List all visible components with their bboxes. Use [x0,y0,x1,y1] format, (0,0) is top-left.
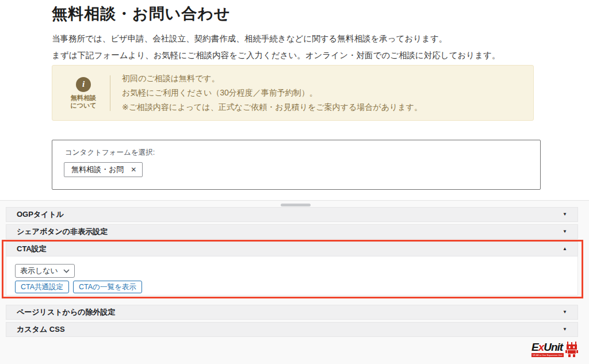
panel-label: シェアボタンの非表示設定 [17,227,108,237]
panel-ogp-title[interactable]: OGPタイトル ▼ [6,207,578,222]
chevron-down-icon: ▼ [563,327,567,332]
panel-cta-settings: CTA設定 ▲ 表示しない CTA共通設定 CTAの一覧を表示 [6,242,578,296]
cta-settings-body: 表示しない CTA共通設定 CTAの一覧を表示 [6,256,578,296]
panel-cta-settings-header[interactable]: CTA設定 ▲ [6,242,578,256]
panel-custom-css[interactable]: カスタム CSS ▼ [6,322,578,337]
info-box-label-line2: について [64,102,103,109]
editor-page: 無料相談・お問い合わせ 当事務所では、ビザ申請、会社設立、契約書作成、相続手続き… [0,0,589,364]
panel-label: OGPタイトル [17,209,64,220]
exunit-wordmark-e: E [531,341,538,353]
cta-display-select-value: 表示しない [20,266,58,276]
document-settings-panels: OGPタイトル ▼ シェアボタンの非表示設定 ▼ CTA設定 ▲ 表示しない C… [6,207,578,339]
exunit-tagline: VK All in One Expansion Unit [531,353,564,357]
chevron-up-icon: ▲ [563,247,567,251]
info-line: お気軽にご利用ください（30分程度／事前予約制）。 [122,86,422,100]
chevron-down-icon: ▼ [563,310,567,315]
page-title: 無料相談・お問い合わせ [52,3,231,24]
remove-token-icon[interactable]: ✕ [131,166,136,174]
cta-display-select[interactable]: 表示しない [15,264,75,278]
vertical-divider [110,75,110,111]
exunit-logo: ExUnit VK All in One Expansion Unit [531,342,579,358]
contact-form-token-label: 無料相談・お問 [71,164,124,175]
cta-common-settings-button[interactable]: CTA共通設定 [15,281,69,293]
info-icon: i [76,77,91,92]
cta-buttons-row: CTA共通設定 CTAの一覧を表示 [15,281,577,293]
exunit-wordmark: ExUnit [531,342,564,352]
panel-pagelist-exclude[interactable]: ページリストからの除外設定 ▼ [6,305,578,320]
info-box-text: 初回のご相談は無料です。 お気軽にご利用ください（30分程度／事前予約制）。 ※… [122,71,422,114]
intro-line: まずは下記フォームより、お気軽にご相談内容をご入力ください。オンライン・対面での… [52,47,500,64]
contact-form-select-label: コンタクトフォームを選択: [65,148,540,158]
panel-label: カスタム CSS [17,324,65,335]
info-box-label: 無料相談 について [64,94,103,109]
contact-form-selector-block: コンタクトフォームを選択: 無料相談・お問 ✕ [52,140,541,190]
info-line: ※ご相談内容によっては、正式なご依頼・お見積りをご案内する場合があります。 [122,100,422,114]
exunit-robot-icon [565,342,579,358]
info-box-label-line1: 無料相談 [64,94,103,102]
chevron-down-icon: ▼ [563,212,567,217]
free-consultation-info-box: i 無料相談 について 初回のご相談は無料です。 お気軽にご利用ください（30分… [52,65,534,121]
intro-paragraph: 当事務所では、ビザ申請、会社設立、契約書作成、相続手続きなどに関する無料相談を承… [52,30,500,64]
cta-list-button[interactable]: CTAの一覧を表示 [73,281,142,293]
exunit-logo-text-column: ExUnit VK All in One Expansion Unit [531,342,564,357]
contact-form-token[interactable]: 無料相談・お問 ✕ [64,162,143,177]
panel-label: ページリストからの除外設定 [17,307,115,317]
select-chevron-icon [63,269,70,273]
exunit-wordmark-unit: Unit [544,341,563,353]
chevron-down-icon: ▼ [563,229,567,234]
panel-label: CTA設定 [17,244,47,254]
resize-drag-handle[interactable] [281,204,311,206]
panel-share-button-hide[interactable]: シェアボタンの非表示設定 ▼ [6,224,578,239]
info-line: 初回のご相談は無料です。 [122,71,422,86]
exunit-wordmark-x: x [538,341,544,353]
info-box-side: i 無料相談 について [64,77,103,109]
intro-line: 当事務所では、ビザ申請、会社設立、契約書作成、相続手続きなどに関する無料相談を承… [52,30,500,47]
